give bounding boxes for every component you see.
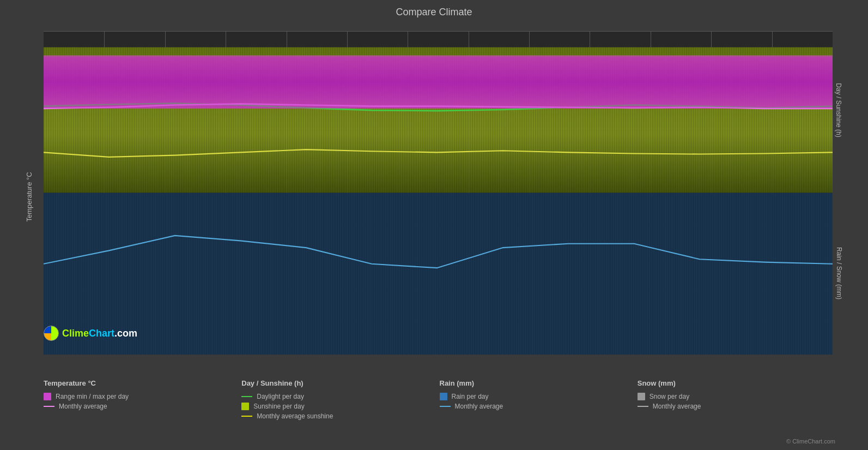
legend-col-sunshine: Day / Sunshine (h) Daylight per day Suns… — [241, 379, 439, 445]
legend-section: Temperature °C Range min / max per day M… — [0, 374, 868, 450]
legend-col-rain: Rain (mm) Rain per day Monthly average — [440, 379, 638, 445]
legend-swatch-temp-range — [44, 393, 51, 400]
logo-icon-bottom — [44, 326, 59, 341]
legend-swatch-daylight — [241, 396, 252, 397]
y-axis-right-bottom-title: Rain / Snow (mm) — [835, 247, 843, 299]
logo-text-bottom: ClimeChart.com — [62, 328, 137, 339]
legend-swatch-snow-day — [638, 393, 645, 400]
y-axis-left-title: Temperature °C — [25, 172, 33, 221]
legend-title-temperature: Temperature °C — [44, 379, 241, 387]
logo-bottom-left: ClimeChart.com — [44, 326, 137, 341]
legend-swatch-rain-avg — [440, 406, 451, 407]
y-axis-right-top-title: Day / Sunshine (h) — [834, 83, 842, 137]
legend-item-sunshine-avg: Monthly average sunshine — [241, 412, 439, 420]
legend-title-rain: Rain (mm) — [440, 379, 638, 387]
legend-swatch-temp-avg — [44, 406, 54, 407]
chart-wrapper: Cebu City Cebu City ClimeChart.com Clime… — [0, 23, 868, 371]
legend-title-sunshine: Day / Sunshine (h) — [241, 379, 439, 387]
temp-range-band — [44, 57, 833, 109]
legend-col-temperature: Temperature °C Range min / max per day M… — [44, 379, 241, 445]
legend-item-rain-avg: Monthly average — [440, 403, 638, 410]
legend-swatch-sunshine-avg — [241, 416, 252, 417]
legend-item-daylight: Daylight per day — [241, 393, 439, 400]
copyright: © ClimeChart.com — [638, 438, 835, 445]
legend-swatch-sunshine-day — [241, 403, 249, 410]
legend-item-rain-day: Rain per day — [440, 393, 638, 400]
legend-swatch-snow-avg — [638, 406, 648, 407]
main-container: Compare Climate Cebu City Cebu City Clim… — [0, 0, 868, 450]
legend-swatch-rain-day — [440, 393, 447, 400]
legend-item-temp-avg: Monthly average — [44, 403, 241, 410]
svg-rect-5 — [44, 193, 833, 355]
legend-item-snow-avg: Monthly average — [638, 403, 835, 410]
legend-item-temp-range: Range min / max per day — [44, 393, 241, 400]
chart-box: 50 40 30 20 10 0 -10 -20 -30 -40 -50 24 … — [44, 31, 833, 355]
legend-item-sunshine-day: Sunshine per day — [241, 403, 439, 410]
legend-col-snow: Snow (mm) Snow per day Monthly average ©… — [638, 379, 835, 445]
legend-item-snow-day: Snow per day — [638, 393, 835, 400]
legend-title-snow: Snow (mm) — [638, 379, 835, 387]
page-title: Compare Climate — [0, 0, 868, 20]
